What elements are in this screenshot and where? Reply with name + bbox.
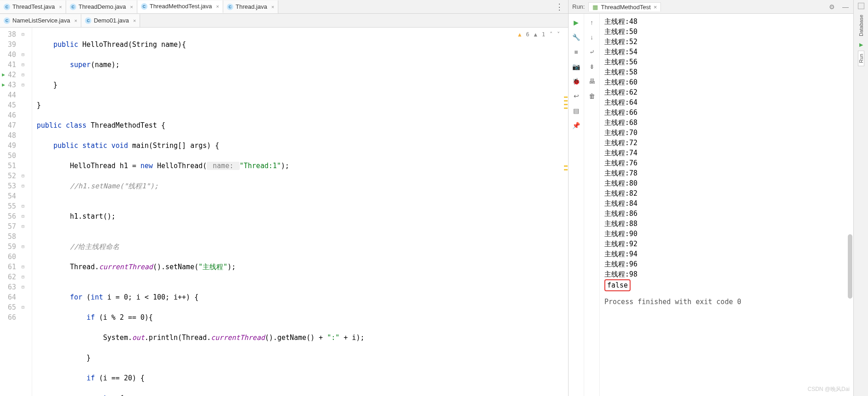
console-line: 主线程:88 (604, 219, 849, 229)
console-line: 主线程:48 (604, 17, 849, 27)
close-icon[interactable]: × (74, 18, 77, 23)
console-line: 主线程:62 (604, 87, 849, 97)
console-output[interactable]: 主线程:48主线程:50主线程:52主线程:54主线程:56主线程:58主线程:… (600, 14, 853, 396)
close-icon[interactable]: × (59, 4, 62, 10)
console-line: 主线程:74 (604, 148, 849, 158)
database-icon (858, 3, 864, 9)
close-icon[interactable]: × (216, 4, 219, 9)
gutter: 38⊟ 39 40⊟ 41⊟ ▶42⊟ ▶43⊟ 44 45 46 47 48 … (0, 28, 32, 396)
error-stripe[interactable] (563, 28, 568, 396)
rerun-icon[interactable]: ▶ (572, 18, 581, 27)
inspection-widget[interactable]: ▲6 ▲1 ˄ ˅ (518, 29, 560, 40)
console-line: 主线程:80 (604, 178, 849, 188)
gear-icon[interactable]: ⚙ (828, 3, 836, 11)
weak-warning-icon: ▲ (534, 29, 537, 40)
trash-icon[interactable]: 🗑 (588, 92, 596, 100)
run-icon: ▶ (859, 42, 863, 48)
camera-icon[interactable]: 📷 (572, 62, 581, 71)
java-class-icon: C (141, 3, 147, 10)
chevron-down-icon[interactable]: ˅ (557, 29, 560, 40)
console-line: 主线程:64 (604, 97, 849, 107)
chevron-up-icon[interactable]: ˄ (550, 29, 552, 40)
run-gutter-icon[interactable]: ▶ (2, 70, 5, 80)
console-line: 主线程:54 (604, 47, 849, 57)
tab-threaddemo[interactable]: CThreadDemo.java× (66, 0, 137, 13)
java-class-icon: C (4, 17, 10, 24)
console-line: 主线程:68 (604, 118, 849, 128)
up-icon[interactable]: ↑ (588, 18, 596, 27)
scrollbar[interactable] (848, 234, 852, 299)
console-line-false: false (604, 279, 849, 291)
editor-tabs-row1: CThreadTest.java× CThreadDemo.java× CThr… (0, 0, 568, 14)
console-line: 主线程:50 (604, 27, 849, 37)
exit-icon[interactable]: ↩ (572, 92, 581, 100)
console-line: 主线程:98 (604, 269, 849, 279)
pin-icon[interactable]: 📌 (572, 121, 581, 130)
app-icon: ▦ (592, 4, 598, 11)
java-class-icon: C (70, 4, 76, 10)
console-line: 主线程:52 (604, 37, 849, 47)
wrap-icon[interactable]: ⤶ (588, 48, 596, 56)
java-class-icon: C (85, 17, 91, 24)
java-class-icon: C (4, 4, 10, 10)
run-toolbar-left: ▶ 🔧 ■ 📷 🐞 ↩ ▤ 📌 (569, 14, 584, 396)
console-line: 主线程:70 (604, 128, 849, 138)
close-icon[interactable]: × (130, 4, 133, 10)
console-line: 主线程:56 (604, 57, 849, 67)
close-icon[interactable]: × (654, 4, 657, 11)
run-header: Run: ▦ ThreadMethodTest × ⚙ — (569, 0, 853, 14)
tab-threadmethodtest[interactable]: CThreadMethodTest.java× (137, 0, 223, 13)
console-line: 主线程:58 (604, 67, 849, 77)
warning-icon: ▲ (518, 29, 521, 40)
run-toolbar-mid: ↑ ↓ ⤶ ⇟ 🖶 🗑 (584, 14, 600, 396)
close-icon[interactable]: × (133, 18, 136, 23)
minimize-icon[interactable]: — (841, 3, 850, 11)
console-line: 主线程:78 (604, 168, 849, 178)
editor-tabs-row2: CNameListService.java× CDemo01.java× (0, 14, 568, 28)
down-icon[interactable]: ↓ (588, 33, 596, 41)
console-line: 主线程:86 (604, 209, 849, 219)
scroll-icon[interactable]: ⇟ (588, 62, 596, 71)
tab-demo01[interactable]: CDemo01.java× (81, 14, 140, 27)
code-area[interactable]: public HelloThread(String name){ super(n… (32, 28, 568, 396)
code-editor[interactable]: 38⊟ 39 40⊟ 41⊟ ▶42⊟ ▶43⊟ 44 45 46 47 48 … (0, 28, 568, 396)
more-tabs-icon[interactable]: ⋮ (551, 2, 568, 12)
database-tool-button[interactable]: Database (858, 12, 864, 39)
tab-namelistservice[interactable]: CNameListService.java× (0, 14, 81, 27)
bug-icon[interactable]: 🐞 (572, 77, 581, 85)
console-line: 主线程:96 (604, 259, 849, 269)
console-line: 主线程:76 (604, 158, 849, 168)
run-tool-button[interactable]: Run (858, 51, 864, 66)
console-line: 主线程:66 (604, 107, 849, 118)
console-line: 主线程:60 (604, 77, 849, 87)
print-icon[interactable]: 🖶 (588, 77, 596, 85)
stop-icon[interactable]: ■ (572, 48, 581, 56)
console-line: 主线程:90 (604, 229, 849, 239)
console-line: 主线程:92 (604, 239, 849, 249)
watermark: CSDN @晚风Dai (807, 385, 850, 393)
close-icon[interactable]: × (271, 4, 274, 10)
right-sidebar: Database ▶ Run (853, 0, 868, 396)
console-line: 主线程:82 (604, 188, 849, 198)
tab-threadtest[interactable]: CThreadTest.java× (0, 0, 66, 13)
run-label: Run: (572, 3, 585, 10)
run-tool-window: Run: ▦ ThreadMethodTest × ⚙ — ▶ 🔧 ■ 📷 🐞 … (569, 0, 853, 396)
console-line: 主线程:72 (604, 138, 849, 148)
layout-icon[interactable]: ▤ (572, 107, 581, 115)
run-gutter-icon[interactable]: ▶ (2, 80, 5, 90)
console-line: 主线程:84 (604, 198, 849, 209)
console-line: 主线程:94 (604, 249, 849, 259)
tab-thread[interactable]: CThread.java× (223, 0, 278, 13)
exit-message: Process finished with exit code 0 (604, 297, 849, 307)
java-class-icon: C (227, 4, 233, 10)
run-config-tab[interactable]: ▦ ThreadMethodTest × (588, 2, 661, 11)
wrench-icon[interactable]: 🔧 (572, 33, 581, 41)
